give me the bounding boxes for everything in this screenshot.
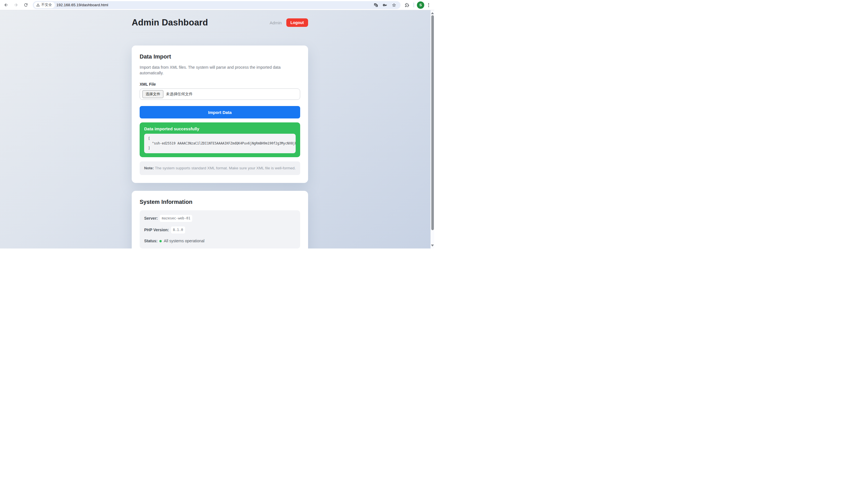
forward-button[interactable] [12, 1, 20, 9]
data-import-card: Data Import Import data from XML files. … [132, 45, 308, 183]
php-version-chip: 8.1.0 [171, 226, 185, 233]
code-line: [ [148, 136, 292, 141]
toolbar-right: S [403, 1, 431, 9]
code-line: "ssh-ed25519 AAAAC3NzaC1lZDI1NTE5AAAAIKF… [148, 141, 292, 146]
system-info-title: System Information [140, 199, 300, 205]
data-import-title: Data Import [140, 54, 300, 60]
note-text: The system supports standard XML format.… [154, 166, 296, 170]
file-status-text: 未选择任何文件 [166, 91, 193, 97]
scrollbar-thumb[interactable] [431, 15, 434, 230]
system-info-box: Server: mazesec-web-01 PHP Version: 8.1.… [140, 210, 300, 248]
back-arrow-icon [4, 2, 9, 8]
vertical-scrollbar[interactable] [431, 10, 434, 248]
php-version-label: PHP Version: [144, 227, 169, 233]
scroll-down-arrow-icon[interactable] [431, 244, 434, 246]
server-label: Server: [144, 215, 158, 221]
toolbar-divider [414, 2, 414, 8]
address-bar[interactable]: 不安全 192.168.65.19/dashboard.html [33, 1, 401, 9]
forward-arrow-icon [14, 2, 18, 8]
password-key-icon[interactable] [381, 1, 389, 9]
note-label: Note: [144, 166, 154, 170]
warning-icon [36, 3, 40, 7]
server-value-chip: mazesec-web-01 [160, 215, 192, 222]
url-text[interactable]: 192.168.65.19/dashboard.html [57, 3, 108, 7]
browser-menu-kebab-icon[interactable] [426, 1, 431, 9]
content-container: Admin Dashboard Admin Logout Data Import… [132, 10, 308, 248]
xml-file-input[interactable]: 选择文件 未选择任何文件 [140, 88, 300, 100]
scroll-up-arrow-icon[interactable] [431, 12, 434, 14]
back-button[interactable] [2, 1, 10, 9]
xml-file-label: XML File [140, 82, 300, 86]
import-data-button[interactable]: Import Data [140, 106, 300, 118]
data-import-description: Import data from XML files. The system w… [140, 65, 300, 76]
browser-toolbar: 不安全 192.168.65.19/dashboard.html S [0, 0, 434, 10]
extensions-puzzle-icon[interactable] [403, 1, 411, 9]
choose-file-button[interactable]: 选择文件 [143, 90, 163, 98]
import-success-alert: Data imported successfully [ "ssh-ed2551… [140, 123, 300, 157]
header-right: Admin Logout [270, 18, 308, 27]
page-title: Admin Dashboard [132, 17, 208, 28]
status-label: Status: [144, 238, 157, 244]
logout-button[interactable]: Logout [286, 18, 308, 27]
status-row: Status: All systems operational [144, 238, 296, 244]
page-background: Admin Dashboard Admin Logout Data Import… [0, 10, 434, 248]
translate-icon[interactable] [372, 1, 380, 9]
success-message: Data imported successfully [144, 126, 296, 131]
profile-avatar[interactable]: S [417, 1, 424, 9]
server-row: Server: mazesec-web-01 [144, 215, 296, 222]
reload-icon [24, 2, 28, 8]
note-box: Note: The system supports standard XML f… [140, 161, 300, 175]
php-version-row: PHP Version: 8.1.0 [144, 226, 296, 233]
status-value: All systems operational [164, 238, 204, 244]
security-badge[interactable]: 不安全 [34, 2, 55, 8]
page-header: Admin Dashboard Admin Logout [132, 17, 308, 32]
code-line: ] [148, 146, 292, 151]
security-badge-label: 不安全 [41, 2, 52, 8]
reload-button[interactable] [21, 1, 30, 9]
import-result-code-block: [ "ssh-ed25519 AAAAC3NzaC1lZDI1NTE5AAAAI… [144, 134, 296, 153]
bookmark-star-icon[interactable] [390, 1, 398, 9]
user-label: Admin [270, 20, 282, 25]
status-dot-icon [159, 240, 162, 242]
system-info-card: System Information Server: mazesec-web-0… [132, 191, 308, 248]
